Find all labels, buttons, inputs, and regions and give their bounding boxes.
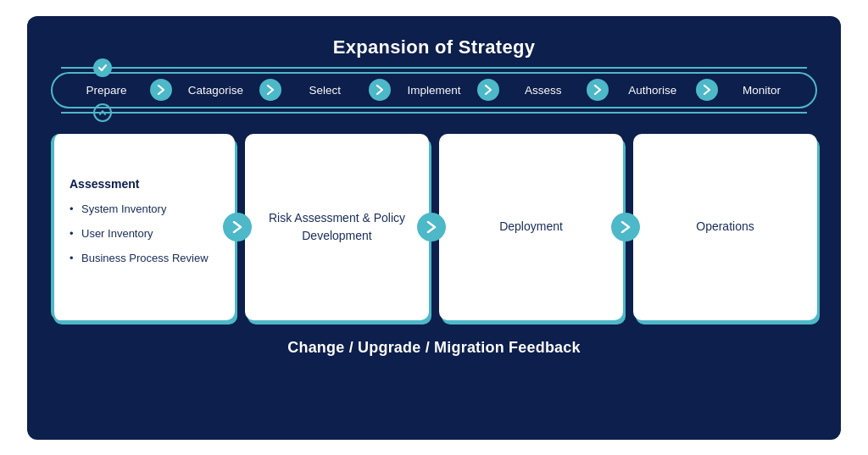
chevron-icon-5 — [587, 79, 609, 101]
pipeline-step-select: Select — [281, 79, 369, 102]
pipeline-step-implement: Implement — [391, 79, 478, 102]
list-item-user-inventory: User Inventory — [70, 227, 220, 241]
chevron-icon-3 — [369, 79, 391, 101]
diagram-container: Expansion of Strategy Prepare Catagorise — [27, 16, 841, 440]
pipeline-step-assess: Assess — [499, 79, 587, 102]
chevron-icon-4 — [477, 79, 499, 101]
bottom-connector-line — [61, 112, 807, 114]
bottom-feedback-text: Change / Upgrade / Migration Feedback — [287, 339, 580, 357]
card-arrow-2 — [417, 213, 446, 241]
card-arrow-1 — [223, 213, 252, 241]
card-title-assessment: Assessment — [70, 177, 220, 191]
step-label-select: Select — [305, 79, 344, 102]
chevron-icon-2 — [259, 79, 281, 101]
list-item-system-inventory: System Inventory — [70, 203, 220, 217]
card-text-deployment: Deployment — [454, 218, 608, 236]
card-wrapper-deployment: Deployment — [439, 134, 623, 320]
pipeline-step-prepare: Prepare — [63, 79, 150, 102]
card-wrapper-operations: Operations — [633, 134, 817, 320]
chevron-icon-6 — [696, 79, 718, 101]
card-wrapper-risk: Risk Assessment & Policy Development — [245, 134, 429, 320]
card-text-risk: Risk Assessment & Policy Development — [260, 209, 414, 245]
pipeline-step-monitor: Monitor — [718, 79, 805, 102]
pipeline-bar: Prepare Catagorise Select Implement — [51, 72, 817, 108]
step-label-monitor: Monitor — [739, 79, 784, 102]
card-arrow-3 — [611, 213, 640, 241]
check-circle-icon — [93, 58, 112, 77]
page-title: Expansion of Strategy — [333, 36, 536, 58]
step-label-catagorise: Catagorise — [185, 79, 247, 102]
list-item-business-process: Business Process Review — [70, 252, 220, 266]
step-label-implement: Implement — [403, 79, 464, 102]
card-risk: Risk Assessment & Policy Development — [245, 134, 429, 320]
up-arrow-circle-icon — [93, 103, 112, 122]
card-text-operations: Operations — [648, 218, 802, 236]
card-wrapper-assessment: Assessment System Inventory User Invento… — [51, 134, 235, 320]
card-deployment: Deployment — [439, 134, 623, 320]
cards-area: Assessment System Inventory User Invento… — [51, 134, 817, 320]
pipeline-step-catagorise: Catagorise — [172, 79, 259, 102]
pipeline-step-authorise: Authorise — [609, 79, 696, 102]
card-list-assessment: System Inventory User Inventory Business… — [70, 203, 220, 276]
step-label-prepare: Prepare — [82, 79, 130, 102]
step-label-authorise: Authorise — [625, 79, 680, 102]
card-operations: Operations — [633, 134, 817, 320]
pipeline-wrapper: Prepare Catagorise Select Implement — [51, 72, 817, 108]
step-label-assess: Assess — [521, 79, 565, 102]
chevron-icon-1 — [150, 79, 172, 101]
card-assessment: Assessment System Inventory User Invento… — [51, 134, 235, 320]
top-connector-line — [61, 67, 807, 69]
